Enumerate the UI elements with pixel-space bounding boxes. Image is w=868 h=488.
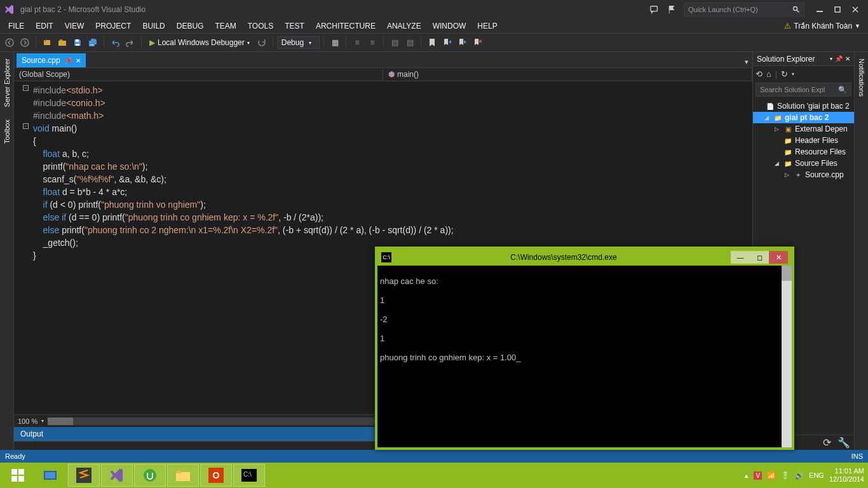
scroll-thumb[interactable] (48, 417, 73, 425)
save-all-button[interactable] (86, 36, 100, 50)
toolbar-icon-4[interactable]: ▤ (388, 36, 402, 50)
tab-notifications[interactable]: Notifications (857, 55, 867, 100)
toolbar-icon-2[interactable]: ≡ (350, 36, 364, 50)
search-placeholder: Search Solution Expl (760, 86, 825, 93)
home-icon[interactable]: ⌂ (766, 69, 771, 79)
scope-dropdown[interactable]: (Global Scope) (14, 68, 383, 81)
close-button[interactable] (846, 3, 864, 16)
chevron-down-icon[interactable]: ▾ (41, 418, 44, 424)
menu-analyze[interactable]: ANALYZE (381, 20, 427, 32)
redo-button[interactable] (123, 36, 137, 50)
task-item-cmd[interactable]: C:\ (233, 464, 265, 487)
solution-search-input[interactable]: Search Solution Expl 🔍 (756, 83, 851, 97)
user-account[interactable]: ⚠ Trần Khánh Toàn ▼ (784, 22, 865, 30)
console-close-button[interactable]: ✕ (769, 251, 788, 264)
pin-icon[interactable]: 📌 (835, 55, 843, 62)
bookmark-prev-button[interactable] (440, 36, 454, 50)
clock[interactable]: 11:01 AM 12/10/2014 (829, 467, 864, 484)
tab-source-cpp[interactable]: Source.cpp 📌 ✕ (17, 53, 86, 67)
console-window[interactable]: C:\ C:\Windows\system32\cmd.exe — ◻ ✕ nh… (375, 247, 794, 450)
tray-chevron-up-icon[interactable]: ▴ (745, 471, 749, 480)
bookmark-next-button[interactable] (456, 36, 470, 50)
bookmark-clear-button[interactable] (471, 36, 485, 50)
toolbar-icon-5[interactable]: ▤ (403, 36, 417, 50)
menu-architecture[interactable]: ARCHITECTURE (310, 20, 381, 32)
menu-window[interactable]: WINDOW (427, 20, 472, 32)
toolbar-icon-1[interactable]: ▦ (328, 36, 342, 50)
nav-fwd-button[interactable] (18, 36, 32, 50)
pin-icon[interactable]: 📌 (64, 57, 72, 64)
feedback-icon[interactable] (647, 2, 662, 17)
tree-source-file[interactable]: ▷✦Source.cpp (753, 169, 854, 180)
menu-debug[interactable]: DEBUG (171, 20, 210, 32)
config-dropdown[interactable]: Debug ▾ (277, 36, 320, 49)
console-minimize-button[interactable]: — (731, 251, 750, 264)
maximize-button[interactable] (829, 3, 846, 16)
member-dropdown[interactable]: ⬢main() (383, 68, 752, 81)
menu-help[interactable]: HELP (471, 20, 503, 32)
notifications-flag-icon[interactable] (665, 2, 680, 17)
menu-edit[interactable]: EDIT (30, 20, 58, 32)
tree-resources[interactable]: 📁Resource Files (753, 146, 854, 158)
menu-view[interactable]: VIEW (59, 20, 90, 32)
start-button[interactable] (2, 464, 34, 487)
bookmark-button[interactable] (425, 36, 439, 50)
tree-external[interactable]: ▷▣External Depen (753, 123, 854, 135)
battery-icon[interactable]: 🔋 (781, 471, 790, 480)
console-titlebar[interactable]: C:\ C:\Windows\system32\cmd.exe — ◻ ✕ (377, 249, 792, 266)
menu-file[interactable]: FILE (3, 20, 30, 32)
console-scrollbar[interactable] (782, 266, 792, 447)
chevron-down-icon[interactable]: ▾ (792, 71, 794, 77)
menu-test[interactable]: TEST (279, 20, 310, 32)
tab-toolbox[interactable]: Toolbox (2, 116, 12, 147)
task-item-explorer[interactable] (167, 464, 199, 487)
undo-button[interactable] (108, 36, 122, 50)
task-item-office[interactable]: O (200, 464, 232, 487)
tab-server-explorer[interactable]: Server Explorer (2, 55, 12, 111)
nav-back-button[interactable] (3, 36, 17, 50)
title-bar: giai pt bac 2 - Microsoft Visual Studio … (0, 0, 868, 19)
solution-explorer-toolbar: ⟲ ⌂ | ↻ ▾ (753, 66, 854, 81)
console-maximize-button[interactable]: ◻ (750, 251, 769, 264)
close-tab-icon[interactable]: ✕ (76, 57, 81, 64)
menu-project[interactable]: PROJECT (90, 20, 137, 32)
zoom-level[interactable]: 100 % (18, 417, 37, 425)
fold-icon[interactable]: − (23, 123, 29, 129)
minimize-button[interactable] (811, 3, 829, 16)
wrench-icon[interactable]: 🔧 (837, 437, 850, 449)
tree-headers[interactable]: 📁Header Files (753, 135, 854, 146)
start-debugger-button[interactable]: ▶ Local Windows Debugger ▾ (146, 36, 254, 50)
task-item-1[interactable] (35, 464, 67, 487)
tabs-dropdown-icon[interactable]: ▾ (741, 57, 752, 67)
new-project-button[interactable] (40, 36, 54, 50)
language-indicator[interactable]: ENG (809, 471, 824, 479)
task-item-utorrent[interactable] (134, 464, 166, 487)
svg-text:C:\: C:\ (243, 471, 252, 478)
toolbar-icon-3[interactable]: ≡ (365, 36, 379, 50)
open-file-button[interactable] (55, 36, 69, 50)
tray-icon-v[interactable]: V (754, 471, 762, 480)
menu-build[interactable]: BUILD (137, 20, 170, 32)
save-button[interactable] (71, 36, 85, 50)
solution-explorer-header[interactable]: Solution Explorer ▾ 📌 ✕ (753, 52, 854, 66)
refresh-button[interactable] (255, 36, 269, 50)
console-scroll-thumb[interactable] (782, 266, 792, 281)
volume-icon[interactable]: 🔊 (795, 471, 804, 480)
fold-icon[interactable]: − (23, 85, 29, 91)
close-icon[interactable]: ✕ (845, 55, 850, 62)
tree-solution[interactable]: 📄Solution 'giai pt bac 2 (753, 100, 854, 112)
refresh-icon[interactable]: ⟳ (823, 437, 831, 449)
task-item-sublime[interactable] (68, 464, 100, 487)
sync-icon[interactable]: ↻ (781, 69, 788, 79)
console-body[interactable]: nhap cac he so: 1 -2 1 phuong trinh co g… (377, 266, 792, 447)
wifi-icon[interactable]: 📶 (767, 471, 776, 480)
tree-sources[interactable]: ◢📁Source Files (753, 158, 854, 169)
tree-project[interactable]: ◢📁giai pt bac 2 (753, 112, 854, 123)
menu-team[interactable]: TEAM (209, 20, 241, 32)
quick-launch-input[interactable]: Quick Launch (Ctrl+Q) (684, 3, 804, 17)
menu-tools[interactable]: TOOLS (242, 20, 279, 32)
back-icon[interactable]: ⟲ (756, 69, 763, 79)
task-item-vs[interactable] (101, 464, 133, 487)
chevron-down-icon[interactable]: ▾ (830, 56, 832, 62)
window-title: giai pt bac 2 - Microsoft Visual Studio (20, 5, 146, 14)
